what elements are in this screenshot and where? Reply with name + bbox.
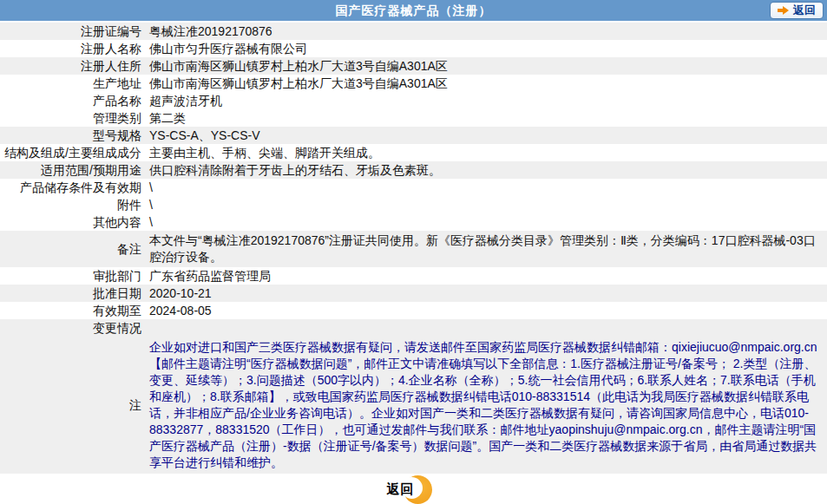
detail-table: 注册证编号粤械注准20192170876注册人名称佛山市匀升医疗器械有限公司注册…	[0, 23, 827, 474]
table-row: 审批部门广东省药品监督管理局	[0, 267, 827, 285]
table-row: 注册证编号粤械注准20192170876	[0, 23, 827, 40]
row-value: \	[141, 179, 827, 196]
row-value: 2020-10-21	[141, 285, 827, 302]
row-value: YS-CS-A、YS-CS-V	[141, 127, 827, 144]
row-value: 佛山市南海区狮山镇罗村上柏水厂大道3号自编A301A区	[141, 75, 827, 92]
row-value: 广东省药品监督管理局	[141, 267, 827, 285]
footer: 返回	[0, 474, 827, 504]
row-label: 管理类别	[0, 109, 141, 127]
row-label: 型号规格	[0, 127, 141, 144]
back-button-bottom-label: 返回	[387, 481, 415, 498]
row-label: 注册人名称	[0, 40, 141, 57]
row-value: 粤械注准20192170876	[141, 23, 827, 40]
row-label: 结构及组成/主要组成成分	[0, 144, 141, 161]
table-row: 注企业如对进口和国产三类医疗器械数据有疑问，请发送邮件至国家药监局医疗器械数据纠…	[0, 337, 827, 474]
row-label: 备注	[0, 240, 141, 258]
table-row: 其他内容\	[0, 213, 827, 231]
table-row: 有效期至2024-08-05	[0, 302, 827, 319]
row-label: 变更情况	[0, 319, 141, 337]
row-label: 审批部门	[0, 267, 141, 285]
page: 国产医疗器械产品（注册） 返回 注册证编号粤械注准20192170876注册人名…	[0, 0, 827, 504]
back-button-top[interactable]: 返回	[770, 2, 824, 19]
table-row: 变更情况	[0, 319, 827, 337]
row-value: 佛山市匀升医疗器械有限公司	[141, 40, 827, 57]
row-value: 超声波洁牙机	[141, 92, 827, 109]
row-label: 适用范围/预期用途	[0, 161, 141, 179]
row-label: 注册人住所	[0, 57, 141, 75]
row-value: 本文件与“粤械注准20192170876”注册证共同使用。新《医疗器械分类目录》…	[141, 231, 827, 267]
row-label: 生产地址	[0, 75, 141, 92]
arrow-right-icon	[778, 6, 789, 15]
row-value: \	[141, 213, 827, 231]
table-row: 型号规格YS-CS-A、YS-CS-V	[0, 127, 827, 144]
table-row: 适用范围/预期用途供口腔科清除附着于牙齿上的牙结石、牙垢及色素斑。	[0, 161, 827, 179]
table-row: 批准日期2020-10-21	[0, 285, 827, 302]
row-label: 附件	[0, 196, 141, 213]
row-value: 供口腔科清除附着于牙齿上的牙结石、牙垢及色素斑。	[141, 161, 827, 179]
table-row: 管理类别第二类	[0, 109, 827, 127]
table-row: 产品名称超声波洁牙机	[0, 92, 827, 109]
back-button-bottom[interactable]: 返回	[387, 475, 432, 504]
row-label: 注	[0, 396, 141, 414]
row-label: 产品名称	[0, 92, 141, 109]
table-row: 备注本文件与“粤械注准20192170876”注册证共同使用。新《医疗器械分类目…	[0, 231, 827, 267]
row-value: 佛山市南海区狮山镇罗村上柏水厂大道3号自编A301A区	[141, 57, 827, 75]
table-row: 结构及组成/主要组成成分主要由主机、手柄、尖端、脚踏开关组成。	[0, 144, 827, 161]
table-row: 产品储存条件及有效期\	[0, 179, 827, 196]
row-value: \	[141, 196, 827, 213]
table-row: 生产地址佛山市南海区狮山镇罗村上柏水厂大道3号自编A301A区	[0, 75, 827, 92]
row-label: 其他内容	[0, 213, 141, 231]
row-value: 企业如对进口和国产三类医疗器械数据有疑问，请发送邮件至国家药监局医疗器械数据纠错…	[141, 337, 827, 474]
table-row: 附件\	[0, 196, 827, 213]
table-row: 注册人住所佛山市南海区狮山镇罗村上柏水厂大道3号自编A301A区	[0, 57, 827, 75]
title-bar: 国产医疗器械产品（注册） 返回	[0, 0, 827, 21]
row-value: 2024-08-05	[141, 302, 827, 319]
table-row: 注册人名称佛山市匀升医疗器械有限公司	[0, 40, 827, 57]
row-value: 第二类	[141, 109, 827, 127]
page-title: 国产医疗器械产品（注册）	[336, 3, 492, 17]
row-label: 批准日期	[0, 285, 141, 302]
row-label: 有效期至	[0, 302, 141, 319]
back-button-top-label: 返回	[793, 0, 816, 21]
row-label: 注册证编号	[0, 23, 141, 40]
row-label: 产品储存条件及有效期	[0, 179, 141, 196]
row-value: 主要由主机、手柄、尖端、脚踏开关组成。	[141, 144, 827, 161]
